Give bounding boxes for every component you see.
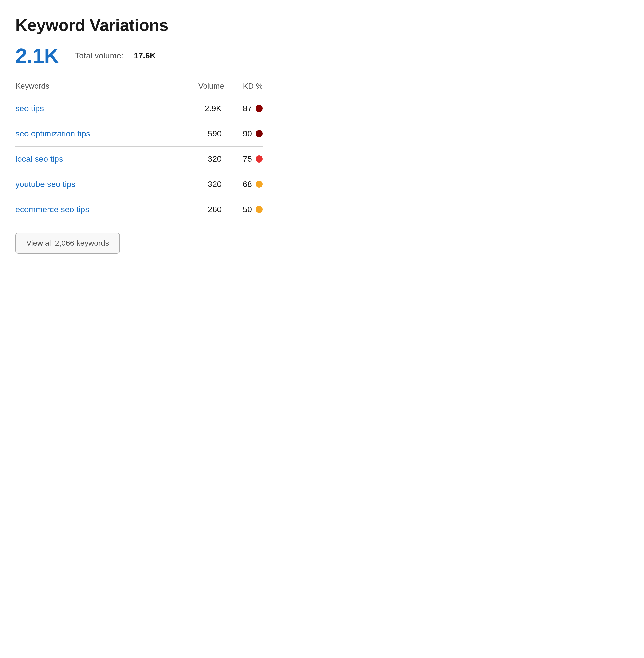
total-volume-label: Total volume: bbox=[75, 51, 124, 61]
volume-value: 590 bbox=[185, 129, 224, 139]
kd-difficulty-dot bbox=[256, 206, 263, 213]
kd-difficulty-dot bbox=[256, 105, 263, 112]
table-row: ecommerce seo tips26050 bbox=[16, 197, 263, 222]
volume-value: 260 bbox=[185, 205, 224, 214]
vertical-divider bbox=[67, 47, 67, 65]
table-header: Keywords Volume KD % bbox=[16, 79, 263, 96]
keyword-link[interactable]: seo tips bbox=[16, 104, 185, 113]
kd-value: 68 bbox=[243, 180, 252, 189]
kd-cell: 75 bbox=[224, 154, 263, 164]
volume-value: 320 bbox=[185, 154, 224, 164]
table-row: local seo tips32075 bbox=[16, 146, 263, 172]
keyword-link[interactable]: youtube seo tips bbox=[16, 180, 185, 189]
total-volume-value: 17.6K bbox=[134, 51, 156, 61]
kd-difficulty-dot bbox=[256, 181, 263, 188]
volume-value: 2.9K bbox=[185, 104, 224, 113]
kd-value: 50 bbox=[243, 205, 252, 214]
keyword-count: 2.1K bbox=[16, 46, 59, 66]
keyword-link[interactable]: ecommerce seo tips bbox=[16, 205, 185, 214]
kd-value: 90 bbox=[243, 129, 252, 139]
kd-cell: 90 bbox=[224, 129, 263, 139]
col-header-kd: KD % bbox=[224, 81, 263, 90]
kd-cell: 50 bbox=[224, 205, 263, 214]
table-row: seo optimization tips59090 bbox=[16, 121, 263, 146]
kd-difficulty-dot bbox=[256, 155, 263, 163]
table-row: youtube seo tips32068 bbox=[16, 172, 263, 197]
page-title: Keyword Variations bbox=[16, 16, 263, 35]
kd-value: 75 bbox=[243, 154, 252, 164]
col-header-keywords: Keywords bbox=[16, 81, 185, 90]
kd-cell: 87 bbox=[224, 104, 263, 113]
keyword-link[interactable]: local seo tips bbox=[16, 154, 185, 164]
table-row: seo tips2.9K87 bbox=[16, 96, 263, 121]
kd-cell: 68 bbox=[224, 180, 263, 189]
kd-value: 87 bbox=[243, 104, 252, 113]
kd-difficulty-dot bbox=[256, 130, 263, 137]
keyword-link[interactable]: seo optimization tips bbox=[16, 129, 185, 139]
volume-value: 320 bbox=[185, 180, 224, 189]
view-all-button[interactable]: View all 2,066 keywords bbox=[16, 233, 120, 254]
col-header-volume: Volume bbox=[185, 81, 224, 90]
keyword-table: Keywords Volume KD % seo tips2.9K87seo o… bbox=[16, 79, 263, 222]
stats-row: 2.1K Total volume: 17.6K bbox=[16, 46, 263, 66]
